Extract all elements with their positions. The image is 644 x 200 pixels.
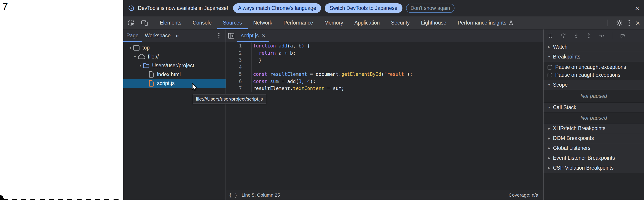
collapsed-arrow-icon[interactable]: ▶ [548,137,551,140]
navigator-tabbar: Page Workspace » [123,29,226,42]
step-icon[interactable] [598,33,605,39]
collapsed-arrow-icon[interactable]: ▶ [548,147,551,150]
section-scope[interactable]: ▼ Scope [544,80,644,90]
section-label: Global Listeners [553,145,590,151]
switch-to-japanese-button[interactable]: Switch DevTools to Japanese [325,3,402,13]
tab-memory[interactable]: Memory [319,16,349,29]
section-label: Call Stack [553,104,576,110]
tree-item-top[interactable]: ▼ top [123,43,226,52]
tab-application[interactable]: Application [349,16,386,29]
line-number[interactable]: 3 [226,57,242,64]
section-csp-violation-breakpoints[interactable]: ▶ CSP Violation Breakpoints [544,163,644,173]
close-tab-icon[interactable]: × [261,33,266,39]
code-line: const resultElement = document.getElemen… [253,71,412,78]
section-label: Watch [553,44,568,50]
navigator-tab-workspace[interactable]: Workspace [142,29,174,42]
tab-security[interactable]: Security [385,16,415,29]
settings-gear-icon[interactable] [616,19,623,26]
tab-sources[interactable]: Sources [217,16,248,29]
section-breakpoints[interactable]: ▼ Breakpoints [544,52,644,62]
pause-script-icon[interactable] [548,33,554,39]
tab-elements[interactable]: Elements [154,16,187,29]
cursor-position-label: Line 5, Column 25 [242,192,280,198]
tab-performance[interactable]: Performance [278,16,319,29]
step-out-icon[interactable] [586,33,592,39]
checkbox-label[interactable]: Pause on uncaught exceptions [555,64,626,70]
line-number[interactable]: 6 [226,78,242,85]
line-number[interactable]: 7 [226,85,242,92]
inspect-element-icon[interactable] [128,19,135,26]
collapsed-arrow-icon[interactable]: ▶ [548,45,551,49]
section-dom-breakpoints[interactable]: ▶ DOM Breakpoints [544,133,644,143]
section-watch[interactable]: ▶ Watch [544,42,644,52]
debugger-toolbar-separator [612,32,612,39]
corner-artifact [0,195,4,200]
editor-tabbar: script.js × [226,29,543,42]
tree-item-file-origin[interactable]: ▼ file:// [123,52,226,61]
expanded-arrow-icon[interactable]: ▼ [548,55,551,58]
section-label: CSP Violation Breakpoints [553,165,614,171]
collapsed-arrow-icon[interactable]: ▶ [548,156,551,160]
tab-network[interactable]: Network [248,16,278,29]
panel-tabs: Elements Console Sources Network Perform… [154,16,520,29]
toolbar-separator [151,19,151,26]
checkbox-icon[interactable] [548,65,552,69]
line-number[interactable]: 4 [226,64,242,71]
main-toolbar: Elements Console Sources Network Perform… [123,16,644,29]
experiment-flask-icon [508,20,514,26]
line-number[interactable]: 2 [226,50,242,57]
devtools-close-icon[interactable]: × [636,19,640,27]
section-call-stack[interactable]: ▼ Call Stack [544,103,644,113]
tab-lighthouse[interactable]: Lighthouse [415,16,452,29]
collapsed-arrow-icon[interactable]: ▶ [548,127,551,130]
tab-performance-insights[interactable]: Performance insights [452,16,520,29]
tree-item-project-folder[interactable]: ▼ Users/user/project [123,61,226,70]
line-number[interactable]: 1 [226,42,242,50]
expand-arrow-icon[interactable]: ▼ [134,55,136,58]
checkbox-label[interactable]: Pause on caught exceptions [555,72,620,78]
infobar-close-icon[interactable]: × [635,4,640,12]
toolbar-left-icons [123,16,148,29]
pause-uncaught-row[interactable]: Pause on uncaught exceptions [544,63,644,71]
info-icon [128,5,134,11]
expanded-arrow-icon[interactable]: ▼ [548,106,551,109]
folder-icon [143,63,150,69]
infobar-message: DevTools is now available in Japanese! [138,5,228,11]
device-toolbar-icon[interactable] [141,19,148,26]
section-xhr-breakpoints[interactable]: ▶ XHR/fetch Breakpoints [544,124,644,133]
tree-item-script-js[interactable]: script.js [123,79,226,88]
step-over-icon[interactable] [560,33,566,39]
line-number[interactable]: 5 [226,71,242,78]
section-global-listeners[interactable]: ▶ Global Listeners [544,143,644,153]
dont-show-again-button[interactable]: Don't show again [406,3,455,13]
pretty-print-icon[interactable]: { } [229,192,238,198]
expand-arrow-icon[interactable]: ▼ [129,46,132,49]
tree-item-index-html[interactable]: index.html [123,70,226,79]
debugger-toolbar [544,29,644,42]
checkbox-icon[interactable] [548,73,552,77]
tree-item-label: top [142,45,150,51]
section-event-listener-breakpoints[interactable]: ▶ Event Listener Breakpoints [544,153,644,163]
more-options-kebab-icon[interactable] [628,19,630,26]
match-language-button[interactable]: Always match Chrome's language [233,3,321,13]
expand-arrow-icon[interactable]: ▼ [139,64,142,67]
collapse-navigator-icon[interactable] [226,29,236,42]
pause-caught-row[interactable]: Pause on caught exceptions [544,71,644,79]
deactivate-breakpoints-icon[interactable] [620,33,626,39]
code-editor[interactable]: 1 2 3 4 5 6 7 function add(a, b) { retur… [226,42,543,190]
code-line: const sum = add(3, 4); [253,78,412,85]
tree-item-label: index.html [157,72,181,78]
collapsed-arrow-icon[interactable]: ▶ [548,166,551,170]
editor-tab-script-js[interactable]: script.js × [236,29,269,42]
more-tabs-chevron-icon[interactable]: » [174,29,180,42]
code-content[interactable]: function add(a, b) { return a + b; } con… [252,42,412,92]
tab-console[interactable]: Console [187,16,217,29]
section-label: Scope [553,82,568,88]
navigator-kebab-icon[interactable] [218,29,220,42]
tree-item-label: script.js [157,80,175,86]
expanded-arrow-icon[interactable]: ▼ [548,83,551,87]
navigator-tab-page[interactable]: Page [123,29,142,42]
step-into-icon[interactable] [573,33,579,39]
line-number-gutter[interactable]: 1 2 3 4 5 6 7 [226,42,252,92]
section-label: Event Listener Breakpoints [553,155,615,161]
